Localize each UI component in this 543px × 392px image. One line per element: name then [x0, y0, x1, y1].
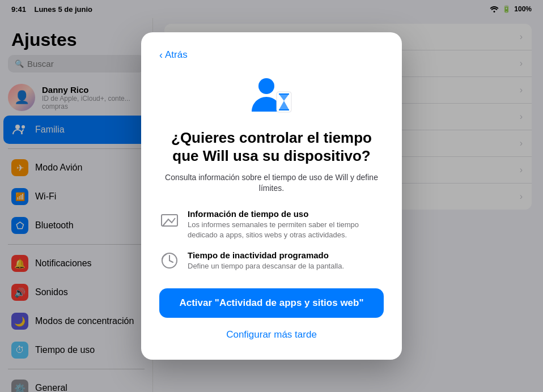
modal-icon-area	[159, 75, 384, 117]
feature-title-info: Información de tiempo de uso	[188, 209, 384, 219]
svg-point-3	[258, 78, 274, 94]
inactivity-feature-icon	[159, 250, 180, 271]
modal-dialog: ‹ Atrás ¿Quie	[141, 32, 402, 360]
chevron-left-icon: ‹	[159, 49, 163, 61]
feature-title-inactivity: Tiempo de inactividad programado	[188, 250, 344, 260]
feature-text-info: Información de tiempo de uso Los informe…	[188, 209, 384, 240]
feature-item-info: Información de tiempo de uso Los informe…	[159, 209, 384, 240]
modal-back-button[interactable]: ‹ Atrás	[159, 49, 384, 61]
modal-back-label: Atrás	[165, 49, 188, 61]
modal-secondary-button[interactable]: Configurar más tarde	[159, 326, 384, 344]
modal-primary-button[interactable]: Activar "Actividad de apps y sitios web"	[159, 288, 384, 318]
feature-list: Información de tiempo de uso Los informe…	[159, 209, 384, 272]
feature-item-inactivity: Tiempo de inactividad programado Define …	[159, 250, 384, 271]
feature-text-inactivity: Tiempo de inactividad programado Define …	[188, 250, 344, 271]
modal-subtitle: Consulta información sobre el tiempo de …	[159, 172, 384, 194]
ipad-background: 9:41 Lunes 5 de junio 🔋 100% Ajustes 🔍 👤	[0, 0, 543, 392]
modal-title: ¿Quieres controlar el tiempo que Will us…	[159, 129, 384, 165]
info-feature-icon	[159, 209, 180, 229]
family-screen-time-icon	[246, 75, 297, 117]
feature-desc-inactivity: Define un tiempo para descansar de la pa…	[188, 261, 344, 271]
feature-desc-info: Los informes semanales te permiten saber…	[188, 220, 384, 240]
modal-overlay: ‹ Atrás ¿Quie	[0, 0, 543, 392]
